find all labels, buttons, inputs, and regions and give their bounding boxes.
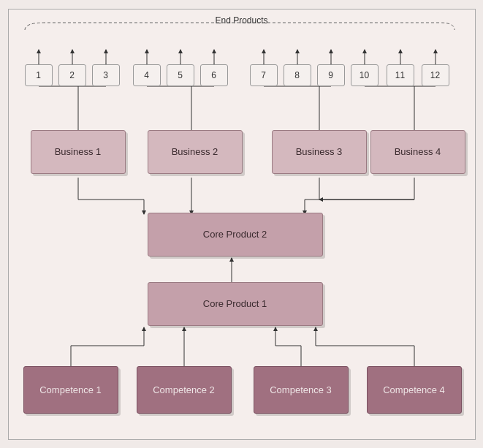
end-products-label: End Products: [215, 15, 267, 26]
core-product-1-box: Core Product 1: [148, 282, 323, 326]
competence-box-2: Competence 2: [137, 366, 232, 414]
competence-box-1: Competence 1: [23, 366, 118, 414]
business-box-4: Business 4: [370, 130, 465, 174]
business-box-3: Business 3: [272, 130, 367, 174]
product-box-11: 11: [387, 64, 414, 86]
product-box-6: 6: [200, 64, 228, 86]
product-box-2: 2: [58, 64, 86, 86]
product-box-4: 4: [133, 64, 161, 86]
core-product-2-box: Core Product 2: [148, 213, 323, 257]
product-box-7: 7: [250, 64, 278, 86]
core-product-2-label: Core Product 2: [203, 229, 267, 240]
product-box-12: 12: [422, 64, 449, 86]
business-box-2: Business 2: [148, 130, 243, 174]
business-1-label: Business 1: [55, 146, 102, 157]
competence-2-label: Competence 2: [153, 384, 215, 395]
competence-1-label: Competence 1: [39, 384, 102, 395]
business-2-label: Business 2: [172, 146, 218, 157]
product-box-9: 9: [317, 64, 345, 86]
business-box-1: Business 1: [31, 130, 126, 174]
competence-4-label: Competence 4: [383, 384, 445, 395]
diagram-container: End Products: [8, 9, 476, 440]
business-3-label: Business 3: [296, 146, 343, 157]
product-box-5: 5: [167, 64, 194, 86]
core-product-1-label: Core Product 1: [203, 298, 267, 309]
product-box-8: 8: [284, 64, 311, 86]
competence-box-4: Competence 4: [367, 366, 462, 414]
competence-3-label: Competence 3: [270, 384, 332, 395]
product-box-1: 1: [25, 64, 53, 86]
product-box-3: 3: [92, 64, 120, 86]
business-4-label: Business 4: [395, 146, 441, 157]
product-box-10: 10: [351, 64, 379, 86]
competence-box-3: Competence 3: [254, 366, 349, 414]
